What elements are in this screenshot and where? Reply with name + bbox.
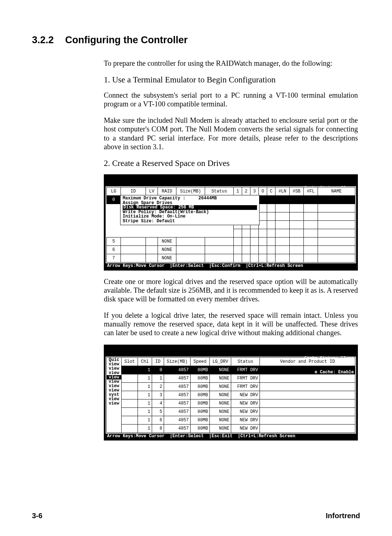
table-row: 7 NONE [107,254,355,262]
section-heading: 3.2.2 Configuring the Controller [32,34,360,46]
section-title: Configuring the Controller [65,34,188,45]
table-row[interactable]: 1 8 4857 80MB NONE NEW DRV [107,424,355,433]
cell-raid-7: NONE [158,254,176,262]
terminal-screenshot-1: Cache Status: Clean Write Cache: Enable … [104,174,358,271]
table-row[interactable]: 1 2 4857 80MB NONE FRMT DRV [107,382,355,391]
mid-paragraph-1: Create one or more logical drives and th… [104,277,358,304]
brand-name: Infortrend [326,512,360,520]
terminal-1-footer: Arrow Keys:Move Cursor |Enter:Select |Es… [106,263,356,269]
col-speed: Speed [191,357,210,366]
terminal-1-popup: Maximum Drive Capacity : 26444MB Assign … [120,195,260,226]
col-sb: #SB [290,187,304,195]
cell-raid-6: NONE [158,245,176,254]
terminal-2-sidebar: Quic view view view view view view view … [107,358,121,406]
col-lg: LG [107,187,121,195]
section-number: 3.2.2 [32,34,54,45]
terminal-1-status: Cache Status: Clean Write Cache: Enable [106,176,356,186]
terminal-2-footer: Arrow Keys:Move Cursor |Enter:Select |Es… [106,434,356,439]
popup-line-selected[interactable]: Disk Reserved Space: 256 MB [123,205,257,210]
col-size: Size(MB) [176,187,205,195]
step-1-paragraph-1: Connect the subsystem's serial port to a… [104,91,358,109]
col-lgdrv: LG_DRV [210,357,231,366]
popup-line: Initialize Mode: On-Line [123,214,257,219]
table-row[interactable]: 1 4 4857 80MB NONE NEW DRV [107,399,355,407]
col-1: 1 [234,187,242,195]
popup-line: Maximum Drive Capacity : 26444MB [123,196,257,201]
terminal-screenshot-2: Cache Status: Clean e Cache: Enable Quic… [104,345,358,441]
table-header-row: LG ID LV RAID Size(MB) Status 1 2 3 O C … [107,187,355,195]
table-row[interactable]: 1 3 4857 80MB NONE NEW DRV [107,391,355,399]
cell-lg-0: 0 [107,195,121,204]
col-name: NAME [318,187,355,195]
col-status: Status [231,357,260,366]
page-footer: 3-6 Infortrend [32,512,360,520]
col-slot: Slot [122,357,138,366]
cell-lg-5: 5 [107,237,121,245]
col-id: ID [152,357,164,366]
col-fl: #FL [304,187,318,195]
col-lv: LV [146,187,158,195]
page-number: 3-6 [32,512,42,520]
col-id: ID [121,187,146,195]
table-row[interactable]: 1 5 4857 80MB NONE NEW DRV [107,407,355,416]
sidebar-item[interactable]: view [107,401,121,406]
col-o: O [259,187,267,195]
cell-lg-7: 7 [107,254,121,262]
cell-lg-6: 6 [107,245,121,254]
col-size: Size(MB) [164,357,191,366]
cell-raid-5: NONE [158,237,176,245]
step-1-heading: 1. Use a Terminal Emulator to Begin Conf… [104,75,358,85]
col-raid: RAID [158,187,176,195]
table-row[interactable]: 1 6 4857 80MB NONE NEW DRV [107,416,355,424]
table-row[interactable]: 1 1 4857 80MB NONE FRMT DRV [107,374,355,382]
mid-paragraph-2: If you delete a logical drive later, the… [104,311,358,337]
table-row: 6 NONE [107,245,355,254]
col-2: 2 [242,187,250,195]
terminal-2-status: Cache Status: Clean e Cache: Enable [106,346,356,357]
col-ln: #LN [275,187,290,195]
step-1-paragraph-2: Make sure the included Null Modem is alr… [104,116,358,151]
col-c: C [267,187,275,195]
col-chl: Chl [138,357,152,366]
col-3: 3 [250,187,259,195]
popup-line: Stripe Size: Default [123,219,257,224]
terminal-2-table: Quic view view view view view view view … [106,357,355,433]
table-row: 5 NONE [107,237,355,245]
intro-paragraph: To prepare the controller for using the … [104,59,358,68]
col-status: Status [205,187,234,195]
step-2-heading: 2. Create a Reserved Space on Drives [104,158,358,168]
